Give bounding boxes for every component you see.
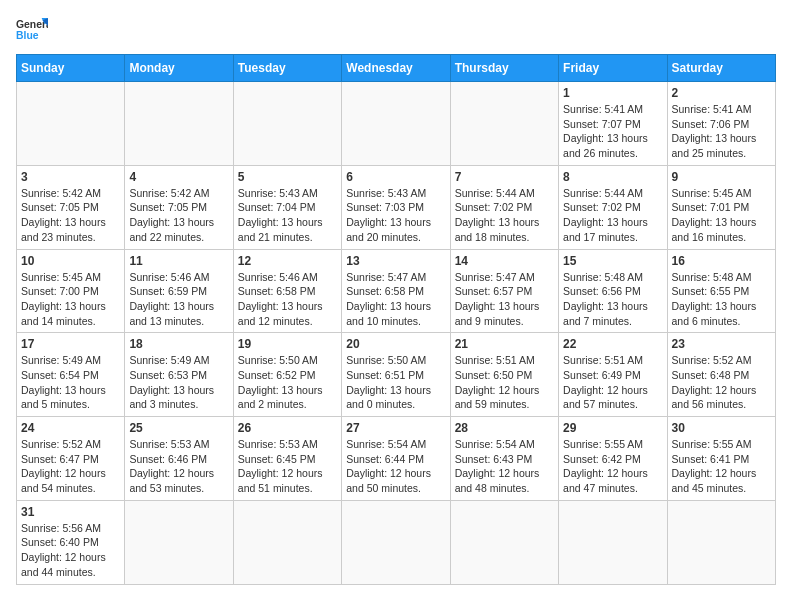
day-number: 15 — [563, 254, 662, 268]
calendar-cell — [233, 500, 341, 584]
calendar-cell — [342, 500, 450, 584]
calendar-week-0: 1Sunrise: 5:41 AM Sunset: 7:07 PM Daylig… — [17, 82, 776, 166]
day-info: Sunrise: 5:49 AM Sunset: 6:54 PM Dayligh… — [21, 353, 120, 412]
calendar-cell: 22Sunrise: 5:51 AM Sunset: 6:49 PM Dayli… — [559, 333, 667, 417]
header-monday: Monday — [125, 55, 233, 82]
day-number: 4 — [129, 170, 228, 184]
calendar-cell: 30Sunrise: 5:55 AM Sunset: 6:41 PM Dayli… — [667, 417, 775, 501]
calendar-week-5: 31Sunrise: 5:56 AM Sunset: 6:40 PM Dayli… — [17, 500, 776, 584]
day-number: 21 — [455, 337, 554, 351]
day-info: Sunrise: 5:49 AM Sunset: 6:53 PM Dayligh… — [129, 353, 228, 412]
calendar-week-4: 24Sunrise: 5:52 AM Sunset: 6:47 PM Dayli… — [17, 417, 776, 501]
calendar-week-1: 3Sunrise: 5:42 AM Sunset: 7:05 PM Daylig… — [17, 165, 776, 249]
calendar-cell — [342, 82, 450, 166]
calendar-cell — [233, 82, 341, 166]
day-number: 12 — [238, 254, 337, 268]
day-info: Sunrise: 5:48 AM Sunset: 6:56 PM Dayligh… — [563, 270, 662, 329]
calendar-cell: 3Sunrise: 5:42 AM Sunset: 7:05 PM Daylig… — [17, 165, 125, 249]
day-number: 23 — [672, 337, 771, 351]
calendar-cell — [450, 82, 558, 166]
calendar-cell — [450, 500, 558, 584]
calendar-cell — [17, 82, 125, 166]
day-info: Sunrise: 5:44 AM Sunset: 7:02 PM Dayligh… — [455, 186, 554, 245]
day-number: 24 — [21, 421, 120, 435]
day-info: Sunrise: 5:41 AM Sunset: 7:07 PM Dayligh… — [563, 102, 662, 161]
day-info: Sunrise: 5:52 AM Sunset: 6:47 PM Dayligh… — [21, 437, 120, 496]
page-header: General Blue — [16, 16, 776, 44]
day-info: Sunrise: 5:45 AM Sunset: 7:00 PM Dayligh… — [21, 270, 120, 329]
calendar-cell: 25Sunrise: 5:53 AM Sunset: 6:46 PM Dayli… — [125, 417, 233, 501]
day-number: 1 — [563, 86, 662, 100]
day-info: Sunrise: 5:53 AM Sunset: 6:46 PM Dayligh… — [129, 437, 228, 496]
day-number: 31 — [21, 505, 120, 519]
day-number: 3 — [21, 170, 120, 184]
calendar-cell: 6Sunrise: 5:43 AM Sunset: 7:03 PM Daylig… — [342, 165, 450, 249]
day-number: 20 — [346, 337, 445, 351]
calendar-cell: 29Sunrise: 5:55 AM Sunset: 6:42 PM Dayli… — [559, 417, 667, 501]
day-info: Sunrise: 5:44 AM Sunset: 7:02 PM Dayligh… — [563, 186, 662, 245]
day-info: Sunrise: 5:51 AM Sunset: 6:49 PM Dayligh… — [563, 353, 662, 412]
day-info: Sunrise: 5:50 AM Sunset: 6:52 PM Dayligh… — [238, 353, 337, 412]
calendar-cell: 17Sunrise: 5:49 AM Sunset: 6:54 PM Dayli… — [17, 333, 125, 417]
day-info: Sunrise: 5:43 AM Sunset: 7:04 PM Dayligh… — [238, 186, 337, 245]
day-number: 19 — [238, 337, 337, 351]
calendar-week-3: 17Sunrise: 5:49 AM Sunset: 6:54 PM Dayli… — [17, 333, 776, 417]
calendar-cell: 11Sunrise: 5:46 AM Sunset: 6:59 PM Dayli… — [125, 249, 233, 333]
header-saturday: Saturday — [667, 55, 775, 82]
generalblue-logo-icon: General Blue — [16, 16, 48, 44]
svg-text:Blue: Blue — [16, 30, 39, 41]
calendar-cell — [667, 500, 775, 584]
calendar-cell: 13Sunrise: 5:47 AM Sunset: 6:58 PM Dayli… — [342, 249, 450, 333]
header-sunday: Sunday — [17, 55, 125, 82]
day-info: Sunrise: 5:42 AM Sunset: 7:05 PM Dayligh… — [129, 186, 228, 245]
day-number: 8 — [563, 170, 662, 184]
day-number: 2 — [672, 86, 771, 100]
calendar-cell: 2Sunrise: 5:41 AM Sunset: 7:06 PM Daylig… — [667, 82, 775, 166]
day-info: Sunrise: 5:46 AM Sunset: 6:59 PM Dayligh… — [129, 270, 228, 329]
day-info: Sunrise: 5:48 AM Sunset: 6:55 PM Dayligh… — [672, 270, 771, 329]
calendar-cell: 12Sunrise: 5:46 AM Sunset: 6:58 PM Dayli… — [233, 249, 341, 333]
calendar-cell: 23Sunrise: 5:52 AM Sunset: 6:48 PM Dayli… — [667, 333, 775, 417]
calendar-cell: 16Sunrise: 5:48 AM Sunset: 6:55 PM Dayli… — [667, 249, 775, 333]
calendar-table: SundayMondayTuesdayWednesdayThursdayFrid… — [16, 54, 776, 585]
calendar-cell: 31Sunrise: 5:56 AM Sunset: 6:40 PM Dayli… — [17, 500, 125, 584]
calendar-cell: 27Sunrise: 5:54 AM Sunset: 6:44 PM Dayli… — [342, 417, 450, 501]
calendar-cell: 28Sunrise: 5:54 AM Sunset: 6:43 PM Dayli… — [450, 417, 558, 501]
day-info: Sunrise: 5:55 AM Sunset: 6:42 PM Dayligh… — [563, 437, 662, 496]
day-number: 14 — [455, 254, 554, 268]
day-info: Sunrise: 5:45 AM Sunset: 7:01 PM Dayligh… — [672, 186, 771, 245]
calendar-cell: 14Sunrise: 5:47 AM Sunset: 6:57 PM Dayli… — [450, 249, 558, 333]
day-number: 9 — [672, 170, 771, 184]
calendar-cell: 19Sunrise: 5:50 AM Sunset: 6:52 PM Dayli… — [233, 333, 341, 417]
header-friday: Friday — [559, 55, 667, 82]
calendar-week-2: 10Sunrise: 5:45 AM Sunset: 7:00 PM Dayli… — [17, 249, 776, 333]
day-number: 26 — [238, 421, 337, 435]
day-number: 29 — [563, 421, 662, 435]
logo: General Blue — [16, 16, 48, 44]
day-number: 25 — [129, 421, 228, 435]
day-info: Sunrise: 5:47 AM Sunset: 6:58 PM Dayligh… — [346, 270, 445, 329]
day-info: Sunrise: 5:47 AM Sunset: 6:57 PM Dayligh… — [455, 270, 554, 329]
calendar-header-row: SundayMondayTuesdayWednesdayThursdayFrid… — [17, 55, 776, 82]
calendar-cell: 20Sunrise: 5:50 AM Sunset: 6:51 PM Dayli… — [342, 333, 450, 417]
header-wednesday: Wednesday — [342, 55, 450, 82]
calendar-cell: 7Sunrise: 5:44 AM Sunset: 7:02 PM Daylig… — [450, 165, 558, 249]
day-number: 16 — [672, 254, 771, 268]
day-info: Sunrise: 5:53 AM Sunset: 6:45 PM Dayligh… — [238, 437, 337, 496]
calendar-cell: 4Sunrise: 5:42 AM Sunset: 7:05 PM Daylig… — [125, 165, 233, 249]
calendar-cell: 1Sunrise: 5:41 AM Sunset: 7:07 PM Daylig… — [559, 82, 667, 166]
calendar-cell: 18Sunrise: 5:49 AM Sunset: 6:53 PM Dayli… — [125, 333, 233, 417]
calendar-cell — [559, 500, 667, 584]
calendar-cell: 9Sunrise: 5:45 AM Sunset: 7:01 PM Daylig… — [667, 165, 775, 249]
calendar-cell: 8Sunrise: 5:44 AM Sunset: 7:02 PM Daylig… — [559, 165, 667, 249]
day-number: 7 — [455, 170, 554, 184]
calendar-cell: 21Sunrise: 5:51 AM Sunset: 6:50 PM Dayli… — [450, 333, 558, 417]
calendar-cell — [125, 500, 233, 584]
day-number: 17 — [21, 337, 120, 351]
day-number: 18 — [129, 337, 228, 351]
day-info: Sunrise: 5:42 AM Sunset: 7:05 PM Dayligh… — [21, 186, 120, 245]
calendar-cell: 10Sunrise: 5:45 AM Sunset: 7:00 PM Dayli… — [17, 249, 125, 333]
calendar-cell: 15Sunrise: 5:48 AM Sunset: 6:56 PM Dayli… — [559, 249, 667, 333]
calendar-cell: 5Sunrise: 5:43 AM Sunset: 7:04 PM Daylig… — [233, 165, 341, 249]
day-number: 11 — [129, 254, 228, 268]
